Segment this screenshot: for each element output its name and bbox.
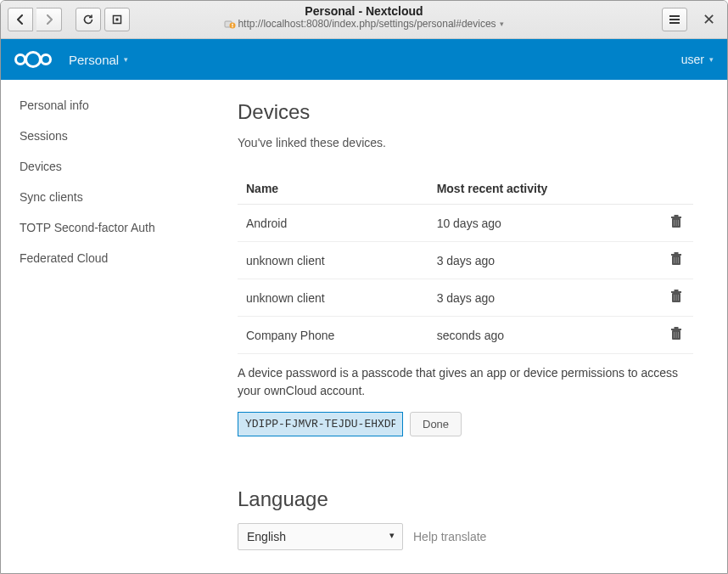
- address-bar[interactable]: http://localhost:8080/index.php/settings…: [224, 18, 503, 30]
- svg-rect-28: [671, 329, 681, 330]
- svg-rect-1: [116, 19, 119, 21]
- device-name: unknown client: [238, 242, 428, 279]
- sidebar-item-sync-clients[interactable]: Sync clients: [1, 182, 217, 212]
- app-menu[interactable]: Personal ▾: [69, 53, 128, 67]
- home-button[interactable]: [104, 8, 130, 31]
- menu-button[interactable]: [662, 8, 687, 31]
- insecure-icon: [224, 19, 234, 29]
- device-name: Company Phone: [238, 317, 428, 354]
- device-name: unknown client: [238, 279, 428, 317]
- svg-rect-5: [232, 26, 233, 27]
- device-activity: 3 days ago: [428, 279, 659, 317]
- done-button[interactable]: Done: [410, 412, 462, 436]
- back-button[interactable]: [8, 8, 33, 31]
- device-activity: 3 days ago: [428, 242, 659, 279]
- close-button[interactable]: ✕: [697, 7, 720, 32]
- svg-rect-22: [671, 291, 681, 293]
- sidebar-item-label: Federated Cloud: [20, 251, 108, 265]
- svg-rect-10: [671, 217, 681, 218]
- help-translate-link[interactable]: Help translate: [413, 530, 486, 543]
- url-text: http://localhost:8080/index.php/settings…: [238, 18, 496, 30]
- user-menu[interactable]: user ▾: [681, 53, 714, 66]
- sidebar-item-label: Personal info: [20, 98, 89, 112]
- svg-rect-23: [675, 290, 679, 291]
- reload-button[interactable]: [76, 8, 101, 31]
- device-activity: seconds ago: [428, 317, 659, 354]
- table-row: unknown client3 days ago: [238, 242, 693, 279]
- svg-rect-16: [671, 254, 681, 256]
- svg-rect-18: [674, 257, 675, 263]
- language-heading: Language: [238, 487, 693, 511]
- svg-rect-14: [678, 220, 679, 226]
- chevron-down-icon: ▾: [709, 55, 714, 64]
- device-token-input[interactable]: [238, 412, 403, 436]
- col-activity: Most recent activity: [428, 173, 659, 205]
- trash-icon[interactable]: [670, 327, 682, 340]
- table-row: Android10 days ago: [238, 205, 693, 242]
- settings-sidebar: Personal info Sessions Devices Sync clie…: [1, 80, 217, 573]
- app-header: Personal ▾ user ▾: [1, 39, 727, 80]
- devices-table: Name Most recent activity Android10 days…: [238, 173, 693, 354]
- svg-rect-31: [676, 332, 677, 338]
- user-menu-label: user: [681, 53, 704, 66]
- sidebar-item-label: Sessions: [20, 129, 68, 143]
- sidebar-item-label: Devices: [20, 160, 62, 173]
- device-password-help: A device password is a passcode that giv…: [238, 364, 693, 400]
- svg-rect-11: [675, 215, 679, 217]
- table-row: Company Phoneseconds ago: [238, 317, 693, 354]
- svg-rect-17: [675, 252, 679, 254]
- svg-rect-13: [676, 220, 677, 226]
- svg-rect-26: [678, 295, 679, 301]
- svg-rect-32: [678, 332, 679, 338]
- language-select[interactable]: English: [238, 523, 403, 550]
- trash-icon[interactable]: [670, 215, 682, 228]
- chevron-down-icon: ▾: [124, 55, 128, 64]
- nextcloud-logo[interactable]: [14, 51, 52, 68]
- svg-rect-24: [674, 295, 675, 301]
- device-name: Android: [238, 205, 428, 242]
- svg-rect-2: [225, 21, 232, 27]
- col-name: Name: [238, 173, 428, 205]
- sidebar-item-label: Sync clients: [20, 190, 83, 204]
- trash-icon[interactable]: [670, 252, 682, 266]
- forward-button[interactable]: [36, 8, 62, 31]
- svg-rect-29: [675, 327, 679, 329]
- svg-point-3: [230, 23, 236, 29]
- browser-titlebar: Personal - Nextcloud http://localhost:80…: [1, 1, 727, 39]
- sidebar-item-totp[interactable]: TOTP Second-factor Auth: [1, 212, 217, 243]
- sidebar-item-devices[interactable]: Devices: [1, 151, 217, 182]
- table-row: unknown client3 days ago: [238, 279, 693, 317]
- trash-icon[interactable]: [670, 290, 682, 303]
- sidebar-item-federated-cloud[interactable]: Federated Cloud: [1, 243, 217, 273]
- app-menu-label: Personal: [69, 53, 119, 67]
- sidebar-item-label: TOTP Second-factor Auth: [20, 221, 155, 234]
- svg-rect-4: [232, 24, 233, 26]
- svg-rect-12: [674, 220, 675, 226]
- devices-intro: You've linked these devices.: [238, 136, 693, 149]
- main-content: Devices You've linked these devices. Nam…: [217, 80, 727, 573]
- svg-rect-20: [678, 257, 679, 263]
- url-dropdown-icon[interactable]: ▾: [500, 20, 504, 28]
- device-activity: 10 days ago: [428, 205, 659, 242]
- sidebar-item-personal-info[interactable]: Personal info: [1, 90, 217, 121]
- devices-heading: Devices: [238, 100, 693, 124]
- sidebar-item-sessions[interactable]: Sessions: [1, 121, 217, 151]
- svg-rect-19: [676, 257, 677, 263]
- svg-rect-25: [676, 295, 677, 301]
- svg-rect-30: [674, 332, 675, 338]
